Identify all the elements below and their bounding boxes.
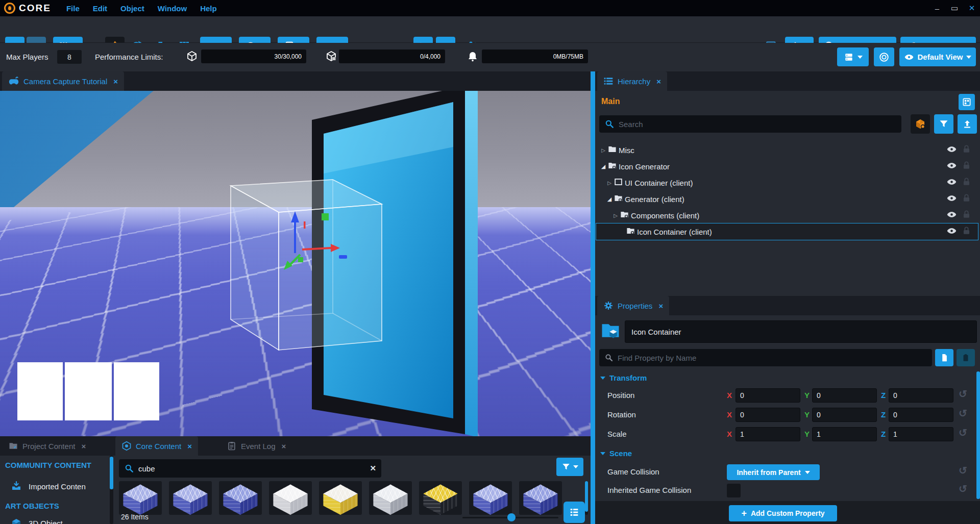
minimize-icon[interactable]: – — [932, 4, 942, 13]
lock-icon[interactable] — [962, 226, 974, 237]
scene-template-button[interactable] — [959, 94, 975, 110]
tab-properties[interactable]: Properties × — [597, 296, 669, 315]
asset-thumbnail-cube[interactable] — [119, 481, 162, 515]
visibility-eye-icon[interactable] — [946, 177, 959, 189]
slider-thumb[interactable] — [507, 513, 516, 521]
export-button[interactable] — [958, 114, 977, 134]
asset-grid-scrollbar[interactable] — [585, 481, 588, 515]
position-x-input[interactable] — [736, 388, 800, 403]
reset-rotation-button[interactable]: ↺ — [959, 407, 967, 419]
asset-thumbnail-cube[interactable] — [269, 481, 312, 515]
find-property-input[interactable] — [618, 354, 927, 362]
tree-row-icon-container-selected[interactable]: Icon Container (client) — [596, 223, 978, 240]
reset-inherited-collision-button[interactable]: ↺ — [959, 483, 967, 495]
visibility-eye-icon[interactable] — [946, 193, 959, 205]
collapse-icon[interactable]: ◢ — [605, 196, 614, 203]
collapse-icon[interactable]: ◢ — [599, 163, 607, 170]
tab-camera-capture-tutorial[interactable]: Camera Capture Tutorial × — [2, 71, 124, 91]
content-search[interactable]: ✕ — [119, 459, 381, 478]
visibility-eye-icon[interactable] — [946, 160, 959, 172]
reset-position-button[interactable]: ↺ — [959, 388, 967, 400]
sidebar-item-3d-object[interactable]: 3D Object — [29, 519, 63, 524]
scale-y-input[interactable] — [812, 427, 877, 441]
copy-properties-button[interactable] — [935, 349, 953, 366]
default-view-dropdown[interactable]: Default View — [899, 47, 976, 66]
find-property-search[interactable] — [599, 349, 932, 366]
visibility-eye-icon[interactable] — [946, 209, 959, 221]
tree-row-icon-generator[interactable]: ◢ Icon Generator — [596, 158, 978, 174]
tab-event-log[interactable]: Event Log × — [220, 436, 292, 456]
save-options-dropdown[interactable] — [837, 47, 869, 66]
hierarchy-search-input[interactable] — [619, 120, 896, 129]
hierarchy-search[interactable] — [599, 115, 901, 133]
tab-project-content[interactable]: Project Content × — [2, 436, 92, 456]
tab-core-content[interactable]: Core Content × — [115, 436, 198, 456]
performance-target-button[interactable] — [874, 47, 894, 66]
template-filter-toggle[interactable] — [911, 114, 930, 134]
visibility-eye-icon[interactable] — [946, 144, 959, 156]
inherited-game-collision-field[interactable] — [727, 484, 741, 497]
rotation-z-input[interactable] — [889, 408, 953, 422]
asset-thumbnail-cube[interactable] — [369, 481, 412, 515]
gizmo-plane-handle[interactable] — [322, 213, 329, 220]
sidebar-item-imported-content[interactable]: Imported Conten — [29, 482, 86, 491]
asset-thumbnail-cube[interactable] — [169, 481, 212, 515]
asset-thumbnail-cube[interactable] — [419, 481, 462, 515]
expand-icon[interactable]: ▷ — [605, 180, 614, 186]
lock-icon[interactable] — [962, 193, 974, 205]
scene-section-header[interactable]: Scene — [600, 449, 632, 458]
panel-splitter[interactable] — [591, 71, 595, 524]
tree-row-ui-container[interactable]: ▷ UI Container (client) — [596, 174, 978, 191]
tree-row-generator[interactable]: ◢ Generator (client) — [596, 191, 978, 207]
close-icon[interactable]: × — [282, 442, 286, 451]
close-icon[interactable]: × — [187, 442, 192, 451]
lock-icon[interactable] — [962, 210, 974, 221]
clear-search-icon[interactable]: ✕ — [370, 464, 376, 473]
expand-icon[interactable]: ▷ — [599, 147, 607, 153]
add-custom-property-button[interactable]: + Add Custom Property — [729, 505, 837, 521]
tree-row-misc[interactable]: ▷ Misc — [596, 142, 978, 158]
asset-thumbnail-cube[interactable] — [469, 481, 512, 515]
paste-properties-button[interactable] — [957, 349, 975, 366]
tab-hierarchy[interactable]: Hierarchy × — [597, 71, 667, 91]
scale-z-input[interactable] — [889, 427, 953, 441]
art-objects-header[interactable]: ART OBJECTS — [5, 502, 59, 510]
game-collision-dropdown[interactable]: Inherit from Parent — [727, 464, 820, 480]
tree-row-components[interactable]: ▷ Components (client) — [596, 207, 978, 223]
menu-help[interactable]: Help — [200, 4, 217, 13]
view-mode-button[interactable] — [564, 502, 585, 523]
properties-scrollbar[interactable] — [976, 371, 980, 499]
content-filter-button[interactable] — [556, 458, 583, 476]
scale-x-input[interactable] — [736, 427, 800, 441]
position-z-input[interactable] — [889, 388, 953, 403]
viewport-3d[interactable] — [0, 91, 591, 436]
selected-cube[interactable] — [231, 180, 382, 350]
rotation-y-input[interactable] — [812, 408, 877, 422]
asset-thumbnail-cube[interactable] — [519, 481, 562, 515]
close-icon[interactable]: × — [658, 302, 663, 310]
menu-object[interactable]: Object — [120, 4, 144, 13]
lock-icon[interactable] — [962, 177, 974, 188]
max-players-field[interactable]: 8 — [57, 50, 82, 64]
expand-icon[interactable]: ▷ — [611, 213, 620, 218]
menu-window[interactable]: Window — [158, 4, 187, 13]
close-icon[interactable]: ✕ — [967, 4, 977, 13]
asset-thumbnail-cube[interactable] — [319, 481, 362, 515]
visibility-eye-icon[interactable] — [946, 226, 959, 238]
object-name-input[interactable] — [625, 320, 977, 343]
close-icon[interactable]: × — [81, 442, 86, 451]
scene-name[interactable]: Main — [601, 97, 620, 106]
reset-scale-button[interactable]: ↺ — [959, 427, 967, 439]
asset-thumbnail-cube[interactable] — [219, 481, 262, 515]
menu-file[interactable]: File — [66, 4, 80, 13]
close-icon[interactable]: × — [113, 77, 118, 86]
sidebar-scrollbar[interactable] — [110, 456, 113, 524]
hierarchy-filter-button[interactable] — [934, 114, 953, 134]
lock-icon[interactable] — [962, 161, 974, 172]
restore-icon[interactable]: ▭ — [949, 4, 960, 13]
position-y-input[interactable] — [812, 388, 877, 403]
reset-game-collision-button[interactable]: ↺ — [959, 464, 967, 477]
transform-section-header[interactable]: Transform — [600, 373, 647, 382]
close-icon[interactable]: × — [656, 77, 661, 86]
thumbnail-size-slider[interactable] — [462, 517, 558, 518]
